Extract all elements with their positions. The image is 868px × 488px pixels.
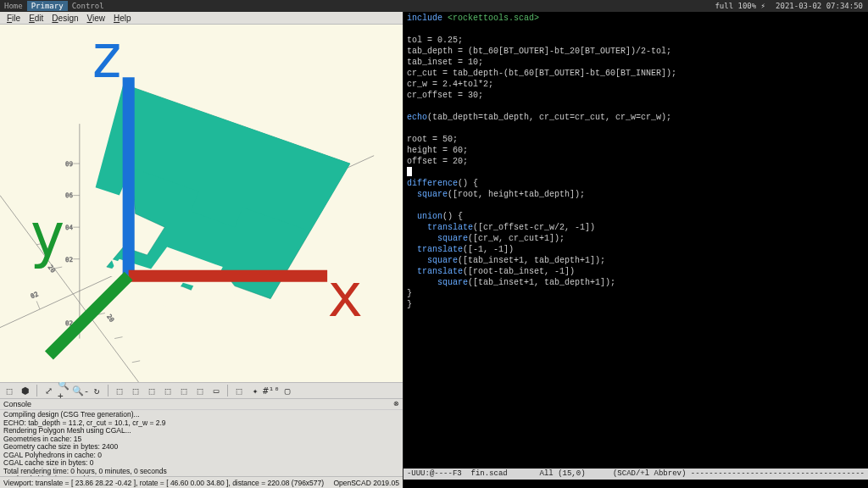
svg-text:z: z (89, 25, 125, 92)
app-version: OpenSCAD 2019.05 (333, 479, 399, 487)
workspace-home[interactable]: Home (0, 1, 27, 11)
menu-edit[interactable]: Edit (25, 13, 47, 23)
view-right-icon[interactable]: ⬚ (113, 384, 126, 397)
ortho-icon[interactable]: ▭ (209, 384, 223, 397)
workspace-primary[interactable]: Primary (27, 1, 68, 11)
status-bar: Viewport: translate = [ 23.86 28.22 -0.4… (0, 476, 403, 488)
openscad-window: File Edit Design View Help 02 04 06 (0, 12, 403, 488)
top-bar: Home Primary Control full 100% ⚡ 2021-03… (0, 0, 868, 12)
cursor (407, 167, 412, 176)
close-icon[interactable]: ⊗ (393, 400, 399, 408)
console-output[interactable]: Compiling design (CSG Tree generation)..… (0, 410, 403, 476)
menu-design[interactable]: Design (47, 13, 82, 23)
viewport-info: Viewport: translate = [ 23.86 28.22 -0.4… (3, 479, 324, 487)
preview-icon[interactable]: ⬚ (3, 384, 16, 397)
menu-view[interactable]: View (83, 13, 110, 23)
show-axes-icon[interactable]: ⬚ (232, 384, 246, 397)
3d-viewport[interactable]: 02 04 06 02 20 20 02 04 06 (0, 25, 403, 382)
editor-pane: include <rockettools.scad> tol = 0.25; t… (403, 12, 868, 488)
zoom-fit-icon[interactable]: ⤢ (42, 384, 55, 397)
svg-text:x: x (327, 261, 363, 330)
zoom-in-icon[interactable]: 🔍+ (58, 384, 71, 397)
console-header: Console ⊗ (0, 399, 403, 410)
menu-bar: File Edit Design View Help (0, 12, 403, 25)
view-center-icon[interactable]: ⬚ (177, 384, 191, 397)
menu-file[interactable]: File (3, 13, 25, 23)
view-front-icon[interactable]: ⬚ (129, 384, 142, 397)
workspace-control[interactable]: Control (68, 1, 108, 11)
render-icon[interactable]: ⬢ (19, 384, 32, 397)
show-scale-icon[interactable]: ✦ (248, 384, 262, 397)
axis-indicator: z x y (7, 25, 403, 375)
perspective-icon[interactable]: ⬚ (193, 384, 207, 397)
minibuffer[interactable] (403, 480, 868, 488)
toolbar: ⬚ ⬢ ⤢ 🔍+ 🔍- ↻ ⬚ ⬚ ⬚ ⬚ ⬚ ⬚ ▭ ⬚ ✦ #¹⁰ ▢ (0, 382, 403, 399)
view-diagonal-icon[interactable]: ⬚ (161, 384, 175, 397)
menu-help[interactable]: Help (109, 13, 136, 23)
reset-view-icon[interactable]: ↻ (90, 384, 103, 397)
code-editor[interactable]: include <rockettools.scad> tol = 0.25; t… (403, 12, 868, 469)
view-top-icon[interactable]: ⬚ (145, 384, 159, 397)
battery-status: full 100% ⚡ (709, 2, 771, 10)
wireframe-icon[interactable]: #¹⁰ (264, 384, 278, 397)
svg-text:y: y (29, 201, 64, 270)
svg-line-40 (49, 276, 129, 356)
emacs-modeline: -UUU:@----F3 fin.scad All (15,0) (SCAD/+… (403, 469, 868, 480)
zoom-out-icon[interactable]: 🔍- (74, 384, 87, 397)
datetime: 2021-03-02 07:34:50 (771, 2, 868, 10)
crosshair-icon[interactable]: ▢ (281, 384, 294, 397)
